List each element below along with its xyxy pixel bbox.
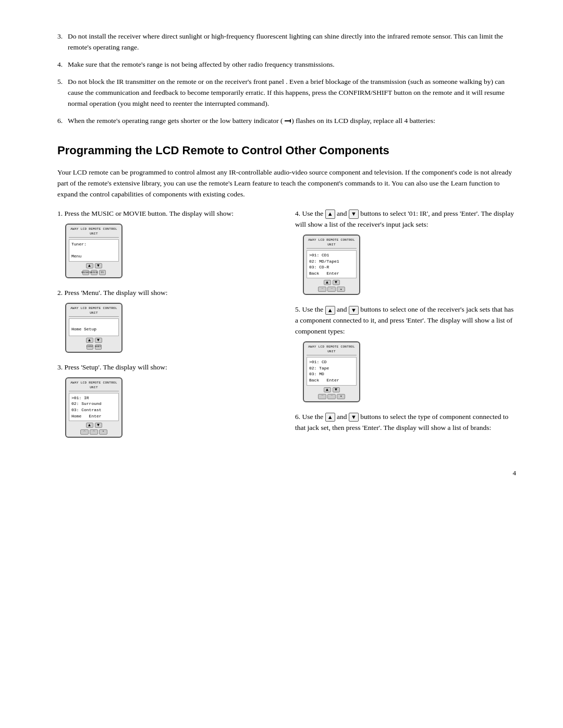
up-arrow: ▲ xyxy=(86,263,93,268)
down-arrow: ▼ xyxy=(333,280,340,285)
device-bottom-btns-3: ⌒ ⌒ ▾ xyxy=(69,429,119,435)
down-btn-label-5: ▼ xyxy=(349,306,359,315)
lower-btns-group: ⌒ ⌒ ▾ xyxy=(80,429,107,435)
down-btn-label: ▼ xyxy=(349,209,359,218)
tv-btn: TV xyxy=(99,270,106,275)
device-arrows-3: ▲ ▼ xyxy=(69,423,119,428)
page-number: 4 xyxy=(57,468,516,478)
up-btn-label: ▲ xyxy=(325,209,335,218)
section-title: Programming the LCD Remote to Control Ot… xyxy=(57,142,516,159)
arc-btn-r: ▾ xyxy=(99,429,107,435)
device-screen-2: Home Setup xyxy=(69,318,119,336)
device-header-2: AWAY LCD REMOTE CONTROL UNIT xyxy=(69,306,119,317)
remote-illustration-1: AWAY LCD REMOTE CONTROL UNIT Tuner:Menu … xyxy=(65,224,123,278)
lower-btns-group-4: ⌒ ⌒ ▾ xyxy=(318,287,345,292)
device-arrows-4: ▲ ▼ xyxy=(307,280,357,285)
intro-paragraph: Your LCD remote can be programmed to con… xyxy=(57,167,516,200)
lower-btns-group-5: ⌒ ⌒ ▾ xyxy=(318,394,345,399)
device-arrows-1: ▲ ▼ xyxy=(69,263,119,268)
up-arrow: ▲ xyxy=(324,280,331,285)
device-bottom-btns-2: CONF SHIFT xyxy=(69,344,119,350)
left-column: 1. Press the MUSIC or MOVIE button. The … xyxy=(57,208,278,447)
device-header-1: AWAY LCD REMOTE CONTROL UNIT xyxy=(69,227,119,238)
conf-btn: CONF xyxy=(87,344,93,350)
btn-l-5: ⌒ xyxy=(318,394,326,399)
step-5: 5. Use the ▲ and ▼ buttons to select one… xyxy=(295,304,516,402)
btn-m-5: ⌒ xyxy=(327,394,336,399)
device-screen-5: >01: CD02: Tape03: MDBack Enter xyxy=(307,357,357,385)
music-btn: MUSIC xyxy=(82,270,89,275)
down-arrow: ▼ xyxy=(95,338,102,343)
down-arrow: ▼ xyxy=(95,423,102,428)
device-screen-3: >01: IR02: Surround03: ContrastHome Ente… xyxy=(69,393,119,421)
device-header-5: AWAY LCD REMOTE CONTROL UNIT xyxy=(307,344,357,355)
item-text: Do not block the IR transmitter on the r… xyxy=(68,78,505,107)
down-arrow: ▼ xyxy=(95,263,102,268)
item-text: Make sure that the remote's range is not… xyxy=(68,60,335,68)
preamble-list: 3. Do not install the receiver where dir… xyxy=(57,31,516,126)
device-screen-1: Tuner:Menu xyxy=(69,239,119,262)
arc-btn-m: ⌒ xyxy=(90,429,98,435)
btn-m-4: ⌒ xyxy=(327,287,336,292)
step-5-text: 5. Use the ▲ and ▼ buttons to select one… xyxy=(295,304,516,337)
item-text: Do not install the receiver where direct… xyxy=(68,32,503,51)
device-bottom-btns-4: ⌒ ⌒ ▾ xyxy=(307,287,357,292)
list-item: 4. Make sure that the remote's range is … xyxy=(57,59,516,70)
step-1: 1. Press the MUSIC or MOVIE button. The … xyxy=(57,208,278,278)
step-3: 3. Press 'Setup'. The display will show:… xyxy=(57,362,278,438)
up-arrow: ▲ xyxy=(86,338,93,343)
step-2-text: 2. Press 'Menu'. The display will show: xyxy=(57,288,278,299)
btn-r-4: ▾ xyxy=(337,287,345,292)
shift-btn: SHIFT xyxy=(95,344,102,350)
remote-illustration-2: AWAY LCD REMOTE CONTROL UNIT Home Setup … xyxy=(65,303,123,353)
down-btn-label-6: ▼ xyxy=(349,413,359,422)
device-header-3: AWAY LCD REMOTE CONTROL UNIT xyxy=(69,380,119,391)
btn-r-5: ▾ xyxy=(337,394,345,399)
step-4-text: 4. Use the ▲ and ▼ buttons to select '01… xyxy=(295,208,516,230)
movie-btn: MOVIE xyxy=(91,270,97,275)
arc-btn-l: ⌒ xyxy=(80,429,89,435)
up-btn-label-5: ▲ xyxy=(325,306,335,315)
remote-illustration-4: AWAY LCD REMOTE CONTROL UNIT >01: CD102:… xyxy=(303,235,360,295)
step-3-text: 3. Press 'Setup'. The display will show: xyxy=(57,362,278,373)
list-item: 3. Do not install the receiver where dir… xyxy=(57,31,516,53)
device-header-4: AWAY LCD REMOTE CONTROL UNIT xyxy=(307,238,357,249)
device-screen-4: >01: CD102: MD/Tape103: CD-RBack Enter xyxy=(307,250,357,278)
up-btn-label-6: ▲ xyxy=(325,413,335,422)
list-item: 5. Do not block the IR transmitter on th… xyxy=(57,77,516,109)
btn-l-4: ⌒ xyxy=(318,287,326,292)
step-2: 2. Press 'Menu'. The display will show: … xyxy=(57,288,278,353)
item-num: 4. xyxy=(57,59,63,70)
down-arrow: ▼ xyxy=(333,387,340,392)
steps-columns: 1. Press the MUSIC or MOVIE button. The … xyxy=(57,208,516,447)
step-1-text: 1. Press the MUSIC or MOVIE button. The … xyxy=(57,208,278,219)
up-arrow: ▲ xyxy=(324,387,331,392)
device-bottom-btns-5: ⌒ ⌒ ▾ xyxy=(307,394,357,399)
item-num: 3. xyxy=(57,31,63,42)
step-6-text: 6. Use the ▲ and ▼ buttons to select the… xyxy=(295,412,516,434)
device-bottom-btns-1: MUSIC MOVIE TV xyxy=(69,270,119,275)
list-item: 6. When the remote's operating range get… xyxy=(57,116,516,127)
step-4: 4. Use the ▲ and ▼ buttons to select '01… xyxy=(295,208,516,295)
device-arrows-5: ▲ ▼ xyxy=(307,387,357,392)
remote-illustration-3: AWAY LCD REMOTE CONTROL UNIT >01: IR02: … xyxy=(65,377,123,438)
item-num: 6. xyxy=(57,116,63,127)
remote-illustration-5: AWAY LCD REMOTE CONTROL UNIT >01: CD02: … xyxy=(303,341,360,402)
item-text: When the remote's operating range gets s… xyxy=(68,117,435,125)
page-container: 3. Do not install the receiver where dir… xyxy=(0,0,563,520)
right-column: 4. Use the ▲ and ▼ buttons to select '01… xyxy=(295,208,516,447)
step-6: 6. Use the ▲ and ▼ buttons to select the… xyxy=(295,412,516,434)
device-arrows-2: ▲ ▼ xyxy=(69,338,119,343)
up-arrow: ▲ xyxy=(86,423,93,428)
item-num: 5. xyxy=(57,77,63,88)
